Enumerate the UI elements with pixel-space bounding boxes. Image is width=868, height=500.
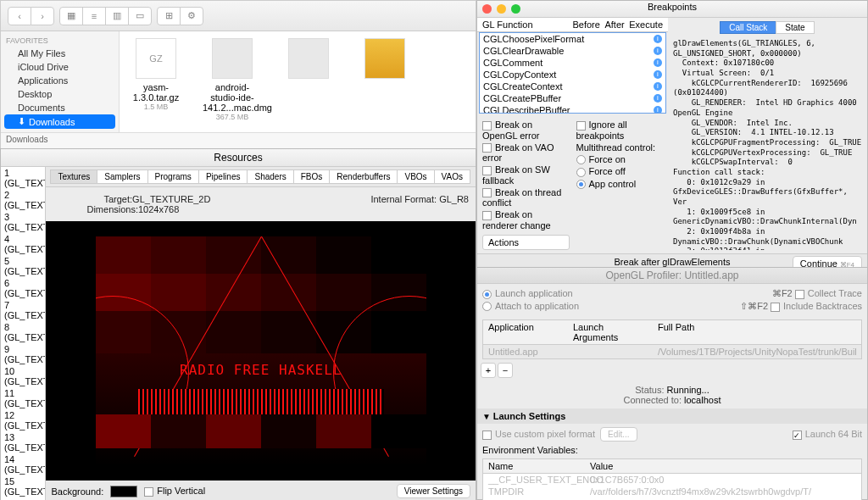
back-button[interactable]: ‹ [8, 7, 31, 25]
forward-button[interactable]: › [31, 7, 54, 25]
sidebar-item-allmyfiles[interactable]: All My Files [1, 47, 119, 60]
tab-textures[interactable]: Textures [50, 169, 97, 184]
texture-list-item[interactable]: 10 (GL_TEXTURE_2D) [1, 365, 45, 387]
breakpoints-window: Breakpoints GL Function Before After Exe… [476, 0, 868, 267]
break-sw-checkbox[interactable]: Break on SW fallback [482, 164, 570, 186]
tab-samplers[interactable]: Samplers [97, 169, 147, 184]
file-item[interactable]: GZ yasm-1.3.0.tar.gz 1.5 MB [126, 38, 186, 111]
texture-list-item[interactable]: 15 (GL_TEXTURE_2D) [1, 475, 45, 497]
table-row[interactable]: Untitled.app /Volumes/1TB/Projects/Unity… [483, 345, 861, 358]
file-item[interactable] [355, 38, 415, 82]
tab-pipelines[interactable]: Pipelines [198, 169, 248, 184]
add-app-button[interactable]: + [481, 363, 496, 378]
launch-64bit-checkbox[interactable]: Launch 64 Bit [793, 428, 862, 441]
view-list-button[interactable]: ≡ [82, 7, 106, 25]
sidebar-item-downloads[interactable]: ⬇Downloads [4, 114, 115, 129]
window-title: Resources [1, 149, 476, 167]
finder-pathbar[interactable]: Downloads [1, 132, 476, 149]
break-gl-checkbox[interactable]: Break on OpenGL error [482, 119, 570, 142]
test-pattern-row [96, 236, 426, 274]
texture-list-item[interactable]: 5 (GL_TEXTURE_2D) [1, 255, 45, 277]
force-off-radio[interactable]: Force off [576, 165, 664, 178]
tab-fbos[interactable]: FBOs [293, 169, 331, 184]
env-row[interactable]: __CF_USER_TEXT_ENCO0x1C7B657:0:0x0 [483, 474, 861, 486]
texture-list-item[interactable]: 13 (GL_TEXT..._CUBE_MAP) [1, 431, 45, 453]
env-vars-table[interactable]: NameValue __CF_USER_TEXT_ENCO0x1C7B657:0… [482, 458, 862, 500]
background-swatch[interactable] [110, 486, 137, 497]
texture-list-item[interactable]: 14 (GL_TEXTURE_2D) [1, 453, 45, 475]
view-coverflow-button[interactable]: ▭ [128, 7, 152, 25]
tab-programs[interactable]: Programs [147, 169, 199, 184]
arrange-button[interactable]: ⊞ [157, 7, 181, 25]
function-row[interactable]: CGLDescribePBufferi [480, 104, 665, 114]
texture-list-item[interactable]: 9 (GL_TEXT..._CUBE_MAP) [1, 343, 45, 365]
status-section: Status: Running... Connected to: localho… [477, 381, 867, 408]
close-button[interactable] [482, 4, 492, 14]
collect-trace-checkbox[interactable]: ⌘F2 Collect Trace [740, 287, 862, 300]
texture-list-item[interactable]: 2 (GL_TEXTURE_2D) [1, 189, 45, 211]
break-renderer-checkbox[interactable]: Break on renderer change [482, 208, 570, 231]
actions-select[interactable]: Actions [482, 235, 570, 250]
tab-vaos[interactable]: VAOs [434, 169, 470, 184]
sidebar-item-desktop[interactable]: Desktop [1, 87, 119, 101]
function-row[interactable]: CGLCopyContexti [480, 69, 665, 81]
function-row[interactable]: CGLChoosePixelFormati [480, 33, 665, 45]
dmg-icon [288, 38, 329, 79]
attach-app-radio[interactable]: Attach to application [482, 300, 740, 313]
minimize-button[interactable] [497, 4, 506, 14]
ignore-checkbox[interactable]: Ignore all breakpoints [576, 119, 664, 142]
action-button[interactable]: ⚙ [180, 7, 203, 25]
view-icons-button[interactable]: ▦ [59, 7, 83, 25]
remove-app-button[interactable]: − [498, 363, 513, 378]
texture-list-item[interactable]: 6 (GL_TEXTURE_2D) [1, 277, 45, 299]
texture-list-item[interactable]: 8 (GL_TEXTURE_2D) [1, 321, 45, 343]
callstack-tab[interactable]: Call Stack [720, 21, 776, 34]
state-tab[interactable]: State [776, 21, 814, 34]
sidebar-header: Favorites [1, 35, 119, 47]
function-row[interactable]: CGLClearDrawablei [480, 45, 665, 57]
finder-sidebar: Favorites All My Files iCloud Drive Appl… [1, 31, 120, 132]
file-icon: GZ [136, 38, 176, 79]
launch-settings-header[interactable]: ▼ Launch Settings [477, 408, 867, 424]
texture-list-item[interactable]: 12 (GL_TEXTURE_3D) [1, 409, 45, 431]
include-backtraces-checkbox[interactable]: ⇧⌘F2 Include Backtraces [740, 300, 862, 313]
function-list[interactable]: CGLChoosePixelFormatiCGLClearDrawableiCG… [479, 32, 666, 114]
texture-viewer[interactable]: RADIO FREE HASKELL [46, 221, 476, 481]
function-row[interactable]: CGLCommenti [480, 57, 665, 69]
break-vao-checkbox[interactable]: Break on VAO error [482, 142, 570, 164]
traffic-lights[interactable] [482, 4, 520, 14]
finder-files[interactable]: GZ yasm-1.3.0.tar.gz 1.5 MB android-stud… [120, 31, 476, 132]
texture-list[interactable]: 1 (GL_TEXTURE_2D)2 (GL_TEXTURE_2D)3 (GL_… [1, 167, 46, 500]
app-control-radio[interactable]: App control [576, 178, 664, 191]
call-stack-text[interactable]: glDrawElements(GL_TRIANGLES, 6, GL_UNSIG… [671, 37, 864, 250]
sidebar-item-documents[interactable]: Documents [1, 101, 119, 114]
viewer-settings-button[interactable]: Viewer Settings [397, 484, 470, 498]
zoom-button[interactable] [511, 4, 520, 14]
window-titlebar[interactable]: Breakpoints [477, 1, 867, 18]
app-table[interactable]: Application Launch Arguments Full Path U… [482, 319, 862, 359]
test-pattern-row [96, 414, 426, 448]
tab-shaders[interactable]: Shaders [247, 169, 293, 184]
file-item[interactable] [279, 38, 338, 82]
force-on-radio[interactable]: Force on [576, 153, 664, 166]
break-thread-checkbox[interactable]: Break on thread conflict [482, 186, 570, 209]
texture-list-item[interactable]: 1 (GL_TEXTURE_2D) [1, 167, 45, 189]
function-row[interactable]: CGLCreateContexti [480, 81, 665, 92]
file-item[interactable]: android-studio-ide-141.2...mac.dmg 367.5… [203, 38, 262, 121]
sidebar-item-applications[interactable]: Applications [1, 74, 119, 87]
texture-list-item[interactable]: 11 (GL_TEXTURE_2D) [1, 387, 45, 409]
launch-app-radio[interactable]: Launch application [482, 287, 740, 300]
tab-vbos[interactable]: VBOs [397, 169, 434, 184]
sidebar-item-icloud[interactable]: iCloud Drive [1, 60, 119, 74]
custom-pixelformat-checkbox[interactable]: Use custom pixel format [482, 428, 595, 441]
finder-toolbar: ‹ › ▦ ≡ ▥ ▭ ⊞ ⚙ [1, 1, 476, 31]
texture-list-item[interactable]: 4 (GL_TEXTURE_2D) [1, 233, 45, 255]
view-columns-button[interactable]: ▥ [105, 7, 129, 25]
flip-vertical-checkbox[interactable]: Flip Vertical [144, 486, 205, 497]
texture-list-item[interactable]: 3 (GL_TEXTURE_2D) [1, 211, 45, 233]
tab-renderbuffers[interactable]: Renderbuffers [329, 169, 398, 184]
function-row[interactable]: CGLCreatePBufferi [480, 92, 665, 104]
env-row[interactable]: TMPDIR/var/folders/h7/3vcnztf94mx8w29vk2… [483, 486, 861, 497]
texture-list-item[interactable]: 7 (GL_TEXTURE_2D) [1, 299, 45, 321]
edit-pixelformat-button[interactable]: Edit... [600, 427, 637, 442]
